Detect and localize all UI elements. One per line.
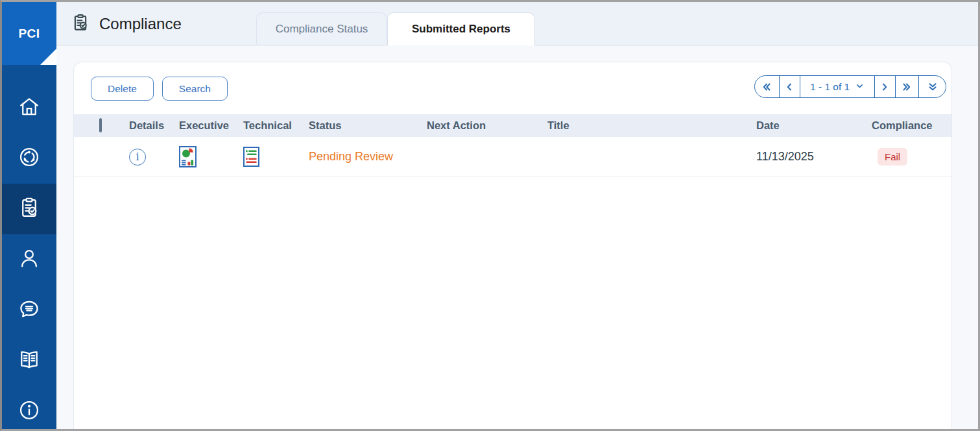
double-chevron-down-icon xyxy=(927,82,938,92)
last-page-button[interactable] xyxy=(895,76,919,97)
sidebar-item-network[interactable] xyxy=(2,133,56,184)
home-icon xyxy=(18,95,41,121)
reports-card: Delete Search 1 - 1 of 1 xyxy=(73,62,952,429)
tab-submitted-reports[interactable]: Submitted Reports xyxy=(387,12,535,45)
toolbar: Delete Search xyxy=(91,77,228,101)
select-all-checkbox[interactable] xyxy=(99,118,102,132)
sidebar: PCI xyxy=(2,2,56,429)
corner-triangle xyxy=(40,49,56,65)
sidebar-nav xyxy=(2,65,56,431)
column-header-date[interactable]: Date xyxy=(756,119,863,132)
page-range-select[interactable]: 1 - 1 of 1 xyxy=(800,76,874,97)
delete-button[interactable]: Delete xyxy=(91,77,154,101)
previous-page-button[interactable] xyxy=(779,76,800,97)
tab-compliance-status[interactable]: Compliance Status xyxy=(256,12,387,45)
sidebar-item-messages[interactable] xyxy=(2,285,56,336)
next-page-button[interactable] xyxy=(874,76,895,97)
sidebar-item-home[interactable] xyxy=(2,82,56,133)
row-date: 11/13/2025 xyxy=(756,150,863,164)
page-range-label: 1 - 1 of 1 xyxy=(810,81,850,93)
column-header-compliance[interactable]: Compliance xyxy=(863,119,951,132)
executive-report-icon[interactable] xyxy=(179,146,197,167)
page-header: Compliance Compliance Status Submitted R… xyxy=(56,2,978,45)
table-header: Details Executive Technical Status Next … xyxy=(74,114,951,137)
tab-label: Submitted Reports xyxy=(412,23,510,36)
pci-logo-text: PCI xyxy=(18,27,40,41)
page-title: Compliance xyxy=(99,15,182,33)
chevron-left-icon xyxy=(784,82,795,92)
main-area: Compliance Compliance Status Submitted R… xyxy=(56,2,978,429)
column-header-status[interactable]: Status xyxy=(309,119,427,132)
search-button[interactable]: Search xyxy=(162,77,228,101)
double-chevron-right-icon xyxy=(902,82,912,92)
app-window: PCI xyxy=(0,0,980,431)
expand-page-button[interactable] xyxy=(918,76,946,97)
chat-icon xyxy=(18,297,41,323)
info-icon xyxy=(18,399,41,425)
user-icon xyxy=(18,247,41,273)
sidebar-item-compliance[interactable] xyxy=(2,184,56,234)
double-chevron-left-icon xyxy=(761,82,772,92)
column-header-executive[interactable]: Executive xyxy=(179,119,243,132)
clipboard-check-icon xyxy=(71,13,90,35)
sidebar-item-library[interactable] xyxy=(2,336,56,386)
globe-network-icon xyxy=(18,145,41,171)
clipboard-check-icon xyxy=(18,196,41,222)
tab-label: Compliance Status xyxy=(276,23,368,36)
column-header-title[interactable]: Title xyxy=(547,119,756,132)
column-header-details[interactable]: Details xyxy=(129,119,179,132)
column-header-technical[interactable]: Technical xyxy=(243,119,309,132)
title-group: Compliance xyxy=(71,2,182,45)
row-status[interactable]: Pending Review xyxy=(309,150,427,164)
sidebar-item-info[interactable] xyxy=(2,386,56,431)
table-row: i xyxy=(74,137,951,177)
pci-logo-tile[interactable]: PCI xyxy=(2,2,56,65)
paginator: 1 - 1 of 1 xyxy=(754,75,946,98)
technical-report-icon[interactable] xyxy=(243,147,259,167)
chevron-right-icon xyxy=(879,82,890,92)
column-header-next-action[interactable]: Next Action xyxy=(427,119,547,132)
book-icon xyxy=(18,348,41,374)
details-info-icon[interactable]: i xyxy=(129,149,146,166)
compliance-fail-badge: Fail xyxy=(878,148,907,166)
chevron-down-icon xyxy=(855,81,864,93)
sidebar-item-users[interactable] xyxy=(2,234,56,285)
first-page-button[interactable] xyxy=(755,76,779,97)
